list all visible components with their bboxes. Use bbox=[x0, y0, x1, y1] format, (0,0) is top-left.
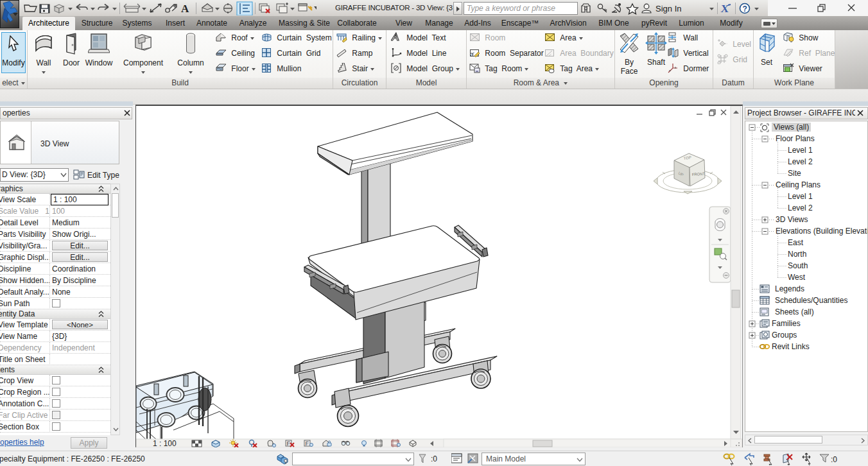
svg-text:F: F bbox=[306, 440, 309, 447]
svg-text:F: F bbox=[287, 440, 291, 447]
svg-text:1 : 100: 1 : 100 bbox=[153, 439, 177, 447]
svg-text:?: ? bbox=[743, 4, 747, 13]
svg-text:Sign In: Sign In bbox=[655, 4, 681, 13]
svg-text:A: A bbox=[181, 3, 189, 15]
svg-text::0: :0 bbox=[831, 455, 837, 464]
